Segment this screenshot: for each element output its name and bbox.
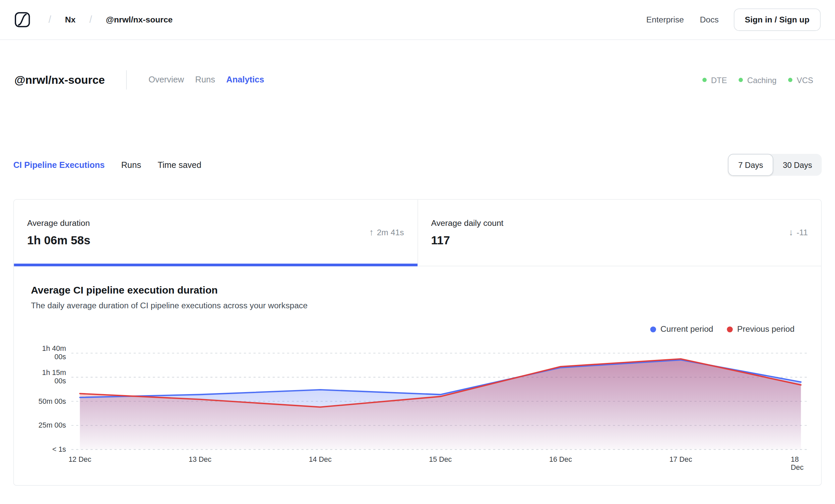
nx-cloud-logo-icon[interactable] <box>15 12 30 28</box>
status-label: Caching <box>747 75 776 84</box>
vertical-divider <box>126 70 127 89</box>
workspace-header: @nrwl/nx-source OverviewRunsAnalytics DT… <box>0 68 835 92</box>
metric-card-average-duration[interactable]: Average duration1h 06m 58s↑2m 41s <box>14 200 417 266</box>
metric-delta-value: 2m 41s <box>377 228 404 238</box>
status-dte: DTE <box>702 75 727 84</box>
workspace-title: @nrwl/nx-source <box>15 74 105 86</box>
subtab-ci-pipeline-executions[interactable]: CI Pipeline Executions <box>14 160 105 170</box>
metric-delta: ↓-11 <box>789 227 808 238</box>
x-axis-label: 17 Dec <box>670 456 692 463</box>
chart-title: Average CI pipeline execution duration <box>31 284 795 296</box>
chart-legend: Current periodPrevious period <box>14 324 821 334</box>
legend-previous-period: Previous period <box>727 324 794 334</box>
status-vcs: VCS <box>788 75 813 84</box>
nav-link-enterprise[interactable]: Enterprise <box>646 15 684 25</box>
status-dot-icon <box>739 78 743 82</box>
analytics-panel: Average duration1h 06m 58s↑2m 41sAverage… <box>14 199 822 486</box>
x-axis-label: 12 Dec <box>68 456 91 463</box>
chart-subtitle: The daily average duration of CI pipelin… <box>31 301 795 311</box>
tab-analytics[interactable]: Analytics <box>226 75 264 85</box>
range-option-7-days[interactable]: 7 Days <box>728 154 773 176</box>
arrow-down-icon: ↓ <box>789 227 793 238</box>
chart-header: Average CI pipeline execution duration T… <box>14 266 821 311</box>
y-axis-label: 50m 00s <box>36 397 66 406</box>
status-indicators: DTECachingVCS <box>702 75 820 84</box>
status-label: VCS <box>797 75 813 84</box>
legend-label: Previous period <box>737 324 794 334</box>
subtab-runs[interactable]: Runs <box>121 160 141 170</box>
y-axis-label: 1h 40m 00s <box>36 344 66 362</box>
breadcrumb-separator: / <box>89 14 92 25</box>
top-nav: / Nx / @nrwl/nx-source EnterpriseDocs Si… <box>0 0 835 40</box>
status-caching: Caching <box>739 75 777 84</box>
nav-link-docs[interactable]: Docs <box>700 15 719 25</box>
analytics-toolbar: CI Pipeline ExecutionsRunsTime saved 7 D… <box>0 154 835 176</box>
status-dot-icon <box>788 78 792 82</box>
breadcrumb-separator: / <box>48 14 51 25</box>
range-option-30-days[interactable]: 30 Days <box>773 154 822 176</box>
metric-card-content: Average duration1h 06m 58s <box>27 218 90 247</box>
tab-runs[interactable]: Runs <box>195 75 215 85</box>
y-axis-label: < 1s <box>36 445 66 454</box>
x-axis-label: 18 Dec <box>791 456 811 471</box>
legend-dot-icon <box>650 326 656 332</box>
metric-card-average-daily-count[interactable]: Average daily count117↓-11 <box>417 200 821 266</box>
analytics-subtabs: CI Pipeline ExecutionsRunsTime saved <box>14 160 218 170</box>
metric-card-content: Average daily count117 <box>431 218 504 247</box>
metric-delta-value: -11 <box>796 228 808 238</box>
legend-dot-icon <box>727 326 733 332</box>
subtab-time-saved[interactable]: Time saved <box>158 160 201 170</box>
x-axis-label: 13 Dec <box>189 456 211 463</box>
metric-delta: ↑2m 41s <box>369 227 404 238</box>
metric-value: 1h 06m 58s <box>27 234 90 247</box>
header-tabs: OverviewRunsAnalytics <box>148 75 264 85</box>
status-label: DTE <box>711 75 727 84</box>
duration-chart: 1h 40m 00s1h 15m 00s50m 00s25m 00s< 1s12… <box>14 337 821 471</box>
sign-in-button[interactable]: Sign in / Sign up <box>733 8 820 31</box>
metric-label: Average duration <box>27 218 90 228</box>
breadcrumb-org[interactable]: Nx <box>65 15 76 25</box>
status-dot-icon <box>702 78 707 82</box>
x-axis-label: 14 Dec <box>309 456 332 463</box>
metric-value: 117 <box>431 234 504 247</box>
series-area-previous-period <box>80 359 801 449</box>
metric-label: Average daily count <box>431 218 504 228</box>
active-card-underline <box>14 264 417 266</box>
breadcrumb: / Nx / @nrwl/nx-source <box>15 12 172 28</box>
metric-cards: Average duration1h 06m 58s↑2m 41sAverage… <box>14 200 821 266</box>
y-axis-label: 1h 15m 00s <box>36 369 66 386</box>
x-axis-label: 15 Dec <box>429 456 452 463</box>
duration-chart-plot[interactable] <box>14 337 821 471</box>
nav-links: EnterpriseDocs <box>646 15 719 25</box>
tab-overview[interactable]: Overview <box>148 75 184 85</box>
arrow-up-icon: ↑ <box>369 227 374 238</box>
breadcrumb-repo[interactable]: @nrwl/nx-source <box>106 15 172 25</box>
nav-right: EnterpriseDocs Sign in / Sign up <box>646 8 820 31</box>
legend-label: Current period <box>660 324 713 334</box>
range-toggle: 7 Days30 Days <box>728 154 821 176</box>
y-axis-label: 25m 00s <box>36 421 66 430</box>
legend-current-period: Current period <box>650 324 713 334</box>
x-axis-label: 16 Dec <box>549 456 572 463</box>
